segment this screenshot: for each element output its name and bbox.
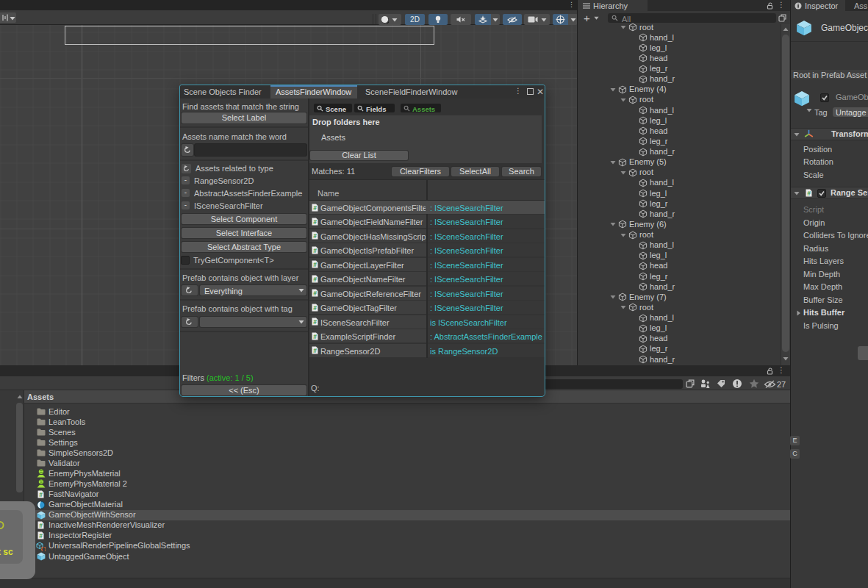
svg-text:#: # xyxy=(313,276,317,283)
svg-text:#: # xyxy=(39,522,43,529)
svg-text:#: # xyxy=(313,333,317,340)
svg-text:#: # xyxy=(313,247,317,254)
svg-text:#: # xyxy=(313,304,317,312)
svg-text:#: # xyxy=(39,532,43,539)
svg-text:#: # xyxy=(313,347,317,354)
svg-text:#: # xyxy=(313,290,317,297)
svg-text:{}: {} xyxy=(40,546,46,551)
svg-text:#: # xyxy=(313,204,317,212)
svg-text:#: # xyxy=(313,318,317,326)
svg-text:#: # xyxy=(313,261,317,268)
svg-text:#: # xyxy=(313,232,317,240)
svg-text:#: # xyxy=(39,491,43,498)
svg-text:#: # xyxy=(313,218,317,226)
svg-text:#: # xyxy=(807,190,811,197)
